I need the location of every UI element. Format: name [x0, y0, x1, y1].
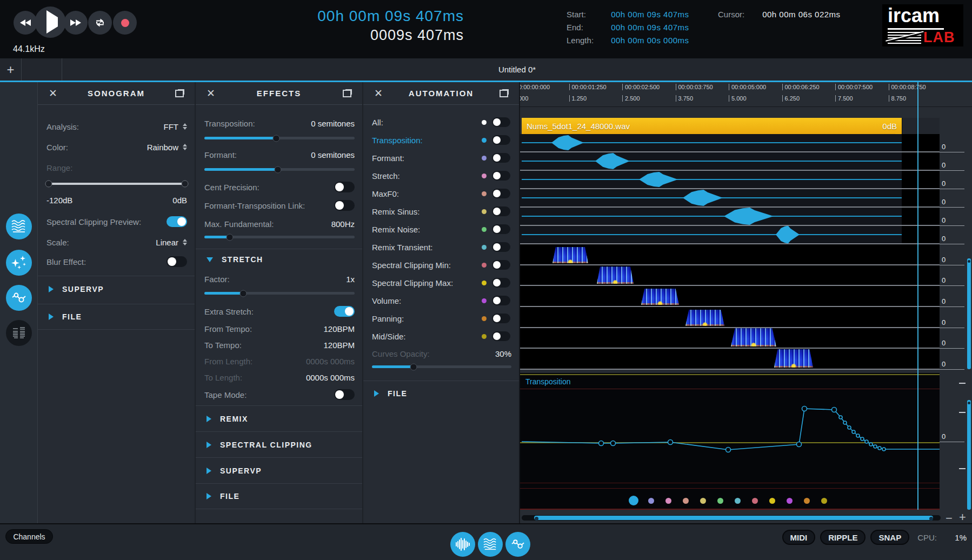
automation-param-label[interactable]: All:	[372, 118, 383, 127]
automation-param-toggle[interactable]	[492, 171, 510, 181]
section-header-file[interactable]: FILE	[196, 483, 362, 509]
automation-param-label[interactable]: Stretch:	[372, 171, 400, 181]
automation-param-toggle[interactable]	[492, 135, 510, 145]
automation-param-label[interactable]: MaxF0:	[372, 189, 399, 198]
automation-point[interactable]	[865, 440, 868, 443]
length-value[interactable]: 00h 00m 00s 000ms	[611, 36, 689, 45]
automation-point[interactable]	[874, 445, 877, 448]
horizontal-scrollbar[interactable]	[534, 516, 933, 520]
max-fundamental-value[interactable]: 800Hz	[331, 219, 355, 229]
automation-param-label[interactable]: Spectral Clipping Min:	[372, 261, 451, 270]
zoom-in-button[interactable]: +	[959, 510, 966, 523]
spectrogram-lane[interactable]	[520, 286, 940, 307]
timeline-ruler-row2[interactable]: 0001.2502.5003.7505.0006.2507.5008.750	[520, 95, 972, 104]
transposition-slider[interactable]	[204, 137, 355, 139]
automation-param-toggle[interactable]	[492, 153, 510, 163]
snap-button[interactable]: SNAP	[870, 530, 909, 545]
automation-point[interactable]	[599, 441, 604, 446]
automation-point[interactable]	[611, 441, 616, 446]
param-select-dot[interactable]	[769, 498, 775, 504]
vertical-scrollbar-automation[interactable]	[967, 400, 971, 510]
close-icon[interactable]: ✕	[38, 87, 68, 99]
transposition-value[interactable]: 0 semitones	[311, 119, 355, 128]
param-select-dot[interactable]	[717, 498, 723, 504]
sonogram-view-button[interactable]	[6, 214, 32, 239]
param-select-dot[interactable]	[665, 498, 671, 504]
spectrogram-lane[interactable]	[520, 265, 940, 286]
formant-slider[interactable]	[204, 168, 355, 171]
automation-point[interactable]	[861, 437, 864, 441]
spectrogram-lane[interactable]	[520, 349, 940, 370]
to-length-value[interactable]: 0000s 000ms	[306, 373, 355, 382]
automation-point[interactable]	[797, 442, 802, 447]
zoom-out-button[interactable]: −	[946, 511, 953, 523]
scroll-right-knob[interactable]	[929, 517, 933, 521]
cent-precision-toggle[interactable]	[334, 182, 355, 192]
automation-point[interactable]	[832, 408, 837, 412]
automation-param-toggle[interactable]	[492, 278, 510, 288]
automation-param-label[interactable]: Formant:	[372, 154, 404, 163]
spectral-clipping-preview-toggle[interactable]	[167, 216, 187, 227]
automation-point[interactable]	[852, 430, 855, 434]
scale-dropdown[interactable]: Linear	[156, 238, 187, 247]
param-select-dot[interactable]	[787, 498, 793, 504]
automation-param-toggle[interactable]	[492, 117, 510, 127]
sonogram-view-button-bottom[interactable]	[478, 532, 503, 557]
stretch-section-header[interactable]: STRETCH	[196, 249, 362, 270]
automation-param-label[interactable]: Remix Noise:	[372, 225, 420, 234]
curves-opacity-slider[interactable]	[372, 365, 511, 368]
automation-point[interactable]	[668, 440, 673, 445]
automation-point[interactable]	[856, 434, 860, 437]
waveform-lane[interactable]	[520, 152, 940, 171]
loop-button[interactable]	[88, 11, 112, 35]
automation-param-label[interactable]: Volume:	[372, 296, 401, 305]
automation-point[interactable]	[882, 448, 886, 451]
automation-point[interactable]	[869, 443, 873, 446]
play-button[interactable]	[35, 6, 66, 38]
param-select-dot[interactable]	[700, 498, 706, 504]
effects-view-button[interactable]	[6, 250, 32, 276]
automation-param-toggle[interactable]	[492, 189, 510, 198]
automation-param-label[interactable]: Remix Transient:	[372, 243, 433, 252]
detach-panel-button[interactable]	[332, 89, 362, 97]
param-select-dot[interactable]	[683, 498, 689, 504]
scroll-left-knob[interactable]	[535, 517, 538, 521]
automation-point[interactable]	[802, 406, 807, 411]
automation-lane[interactable]: Transposition	[520, 373, 940, 510]
formant-value[interactable]: 0 semitones	[311, 150, 355, 159]
transposition-automation-curve[interactable]	[520, 373, 940, 510]
automation-param-label[interactable]: Spectral Clipping Max:	[372, 278, 453, 288]
from-tempo-value[interactable]: 120BPM	[323, 324, 355, 334]
color-dropdown[interactable]: Rainbow	[147, 143, 187, 152]
spectrogram-lane[interactable]	[520, 244, 940, 265]
automation-param-toggle[interactable]	[492, 314, 510, 323]
automation-param-toggle[interactable]	[492, 296, 510, 305]
fast-forward-button[interactable]	[64, 11, 88, 35]
automation-param-toggle[interactable]	[492, 224, 510, 234]
waveform-lane[interactable]	[520, 171, 940, 189]
file-section-header[interactable]: FILE	[363, 381, 519, 406]
to-tempo-value[interactable]: 120BPM	[323, 341, 355, 350]
section-header-remix[interactable]: REMIX	[196, 405, 362, 431]
analysis-dropdown[interactable]: FFT	[164, 122, 188, 131]
range-slider[interactable]	[46, 183, 187, 185]
rewind-button[interactable]	[14, 11, 37, 35]
record-button[interactable]	[113, 11, 137, 35]
automation-view-button[interactable]	[6, 285, 32, 311]
extra-stretch-toggle[interactable]	[334, 306, 355, 317]
factor-slider[interactable]	[204, 292, 355, 295]
automation-param-toggle[interactable]	[492, 242, 510, 252]
automation-point[interactable]	[878, 446, 881, 450]
param-select-dot[interactable]	[821, 498, 827, 504]
automation-param-label[interactable]: Panning:	[372, 314, 404, 323]
param-select-dot[interactable]	[752, 498, 758, 504]
tape-mode-toggle[interactable]	[334, 389, 355, 400]
max-fundamental-slider[interactable]	[204, 236, 355, 238]
spectrogram-lane[interactable]	[520, 328, 940, 349]
automation-param-label[interactable]: Transposition:	[372, 136, 423, 145]
ripple-button[interactable]: RIPPLE	[820, 530, 866, 545]
automation-point[interactable]	[839, 416, 842, 419]
end-value[interactable]: 00h 00m 09s 407ms	[611, 23, 689, 32]
waveform-lane[interactable]	[520, 134, 940, 152]
automation-param-label[interactable]: Remix Sinus:	[372, 207, 420, 216]
